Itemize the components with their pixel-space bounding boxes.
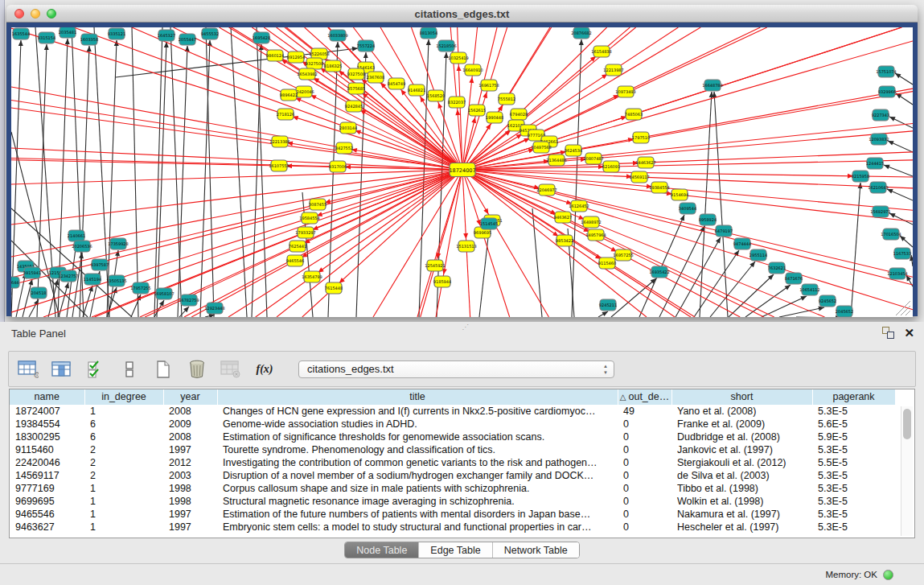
graph-node-label: 204518 <box>31 290 46 295</box>
network-view[interactable]: 9860124891295415226058932750816543982818… <box>11 27 913 317</box>
graph-node-label: 6216091 <box>602 164 620 169</box>
column-header-out_de[interactable]: △out_de… <box>618 389 671 405</box>
graph-node-label: 2718126 <box>277 112 294 117</box>
delete-icon[interactable] <box>186 358 208 381</box>
graph-node-label: 7557224 <box>357 43 375 48</box>
table-row[interactable]: 946554611997Estimation of the future num… <box>10 508 895 521</box>
new-file-icon[interactable] <box>152 358 175 381</box>
graph-node-label: 9327508 <box>347 72 365 76</box>
table-header-row: namein_degreeyeartitle△out_de…shortpager… <box>10 389 895 405</box>
desktop-left-edge <box>0 0 5 322</box>
float-window-icon[interactable] <box>882 327 894 339</box>
table-row[interactable]: 1456911722003Disruption of a novel membe… <box>10 469 895 482</box>
table-selector-value: citations_edges.txt <box>307 363 394 375</box>
graph-node-label: 17359928 <box>108 241 128 246</box>
table-scrollbar-thumb[interactable] <box>903 409 911 439</box>
table-row[interactable]: 911546021997Tourette syndrome. Phenomeno… <box>10 443 895 456</box>
graph-node-label: 8471676 <box>785 276 803 281</box>
checklist-icon[interactable] <box>84 358 107 381</box>
panel-drag-handle[interactable]: ⋰ <box>462 323 470 331</box>
table-row[interactable]: 1872400712008Changes of HCN gene express… <box>10 405 895 418</box>
graph-node-label: 1695428 <box>253 35 270 40</box>
table-selector-dropdown[interactable]: citations_edges.txt ▲▼ <box>298 360 614 378</box>
table-scrollbar-track[interactable] <box>901 406 913 536</box>
window-title: citations_edges.txt <box>6 8 918 20</box>
memory-status-indicator[interactable] <box>883 570 893 580</box>
graph-node-label: 9465546 <box>286 258 304 263</box>
graph-node-label: 2367608 <box>367 75 384 80</box>
graph-node-label: 8958924 <box>699 217 717 222</box>
graph-node-label: 16648784 <box>702 83 722 88</box>
graph-node-label: 14569117 <box>629 175 649 179</box>
table-toolbar: ⚙ <box>8 351 916 387</box>
table-row[interactable]: 1938455462009Genome-wide association stu… <box>10 418 895 431</box>
delete-table-icon[interactable] <box>220 358 242 381</box>
table-row[interactable]: 2242004622012Investigating the contribut… <box>10 456 895 469</box>
graph-node-label: 15692971 <box>870 209 890 214</box>
graph-node-label: 12213987 <box>603 68 623 72</box>
column-header-title[interactable]: title <box>217 389 618 405</box>
graph-node-label: 20876682 <box>571 31 591 35</box>
table-row[interactable]: 946362711997Embryonic stem cells: a mode… <box>10 521 895 534</box>
graph-node-label: 10807487 <box>583 156 603 161</box>
graph-node-label: 3575685 <box>347 86 365 91</box>
graph-node-label: 7632621 <box>768 266 786 270</box>
row-height-icon[interactable] <box>118 358 141 381</box>
graph-node-label: 9317006 <box>329 164 347 169</box>
table-row[interactable]: 1830029562008Estimation of significance … <box>10 431 895 443</box>
graph-node-label: 9463627 <box>554 215 572 220</box>
graph-node-label: 16957255 <box>613 253 633 257</box>
graph-node-label: 16498972 <box>581 220 601 225</box>
graph-node-label: 19384554 <box>649 185 669 190</box>
graph-node-label: 1645327 <box>158 33 175 38</box>
table-row[interactable]: 977716911998Corpus callosum shape and si… <box>10 482 895 495</box>
column-header-short[interactable]: short <box>671 389 812 405</box>
graph-node-label: 1990448 <box>486 115 503 120</box>
graph-node-label: 9242845 <box>345 104 363 109</box>
table-mode-icon[interactable]: ⚙ <box>17 358 39 381</box>
dropdown-arrows-icon: ▲▼ <box>603 363 608 376</box>
graph-node-label: 8322037 <box>448 100 466 105</box>
node-table: namein_degreeyeartitle△out_de…shortpager… <box>9 389 915 538</box>
graph-node-label: 1145194 <box>84 277 101 282</box>
graph-node-label: 7555812 <box>498 97 515 101</box>
graph-node-label: 22046977 <box>536 187 556 192</box>
function-builder-icon[interactable]: f(x) <box>253 358 276 381</box>
graph-node-label: 3087455 <box>309 202 326 207</box>
memory-status-label: Memory: OK <box>825 570 877 579</box>
graph-node-label: 6479197 <box>715 229 733 233</box>
graph-node-label: 9154694 <box>671 192 688 197</box>
tab-network-table[interactable]: Network Table <box>492 542 579 558</box>
close-panel-icon[interactable]: ✕ <box>904 327 914 339</box>
show-columns-icon[interactable] <box>51 358 73 381</box>
graph-node-label: 9455532 <box>201 31 219 36</box>
graph-node-label: 19584554 <box>299 216 319 220</box>
graph-node-label: 9699695 <box>474 230 491 235</box>
tab-node-table[interactable]: Node Table <box>345 542 418 558</box>
table-row[interactable]: 969969511998Structural magnetic resonanc… <box>10 495 895 508</box>
column-header-pagerank[interactable]: pagerank <box>812 389 895 405</box>
column-header-name[interactable]: name <box>10 389 84 405</box>
graph-node-label: 17957255 <box>130 286 150 290</box>
graph-node-label: 8186325 <box>324 64 342 68</box>
tab-edge-table[interactable]: Edge Table <box>418 542 491 558</box>
graph-node-label: 18724007 <box>449 167 475 174</box>
column-header-in_degree[interactable]: in_degree <box>84 389 163 405</box>
network-window-titlebar[interactable]: citations_edges.txt <box>6 5 918 23</box>
graph-node-label: 9896422 <box>280 93 298 97</box>
graph-node-label: 1635544 <box>12 31 30 36</box>
graph-node-label: 16210643 <box>868 185 888 190</box>
graph-node-label: 15218506 <box>436 43 456 48</box>
column-header-year[interactable]: year <box>163 389 217 405</box>
graph-node-label: 10973493 <box>615 89 635 94</box>
graph-node-label: 12342757 <box>58 274 78 278</box>
graph-node-label: 2140661 <box>68 233 85 238</box>
graph-node-label: 8912954 <box>287 55 305 60</box>
table-tabs: Node TableEdge TableNetwork Table <box>344 542 579 558</box>
graph-node-label: 9474444 <box>733 241 751 246</box>
graph-node-label: 8427552 <box>335 146 353 150</box>
network-window[interactable]: citations_edges.txt 98601248912954152260… <box>6 5 918 316</box>
graph-node-label: 2045652 <box>836 309 853 314</box>
graph-node-label: 9245652 <box>819 299 836 303</box>
table-panel-title: Table Panel <box>11 328 66 340</box>
